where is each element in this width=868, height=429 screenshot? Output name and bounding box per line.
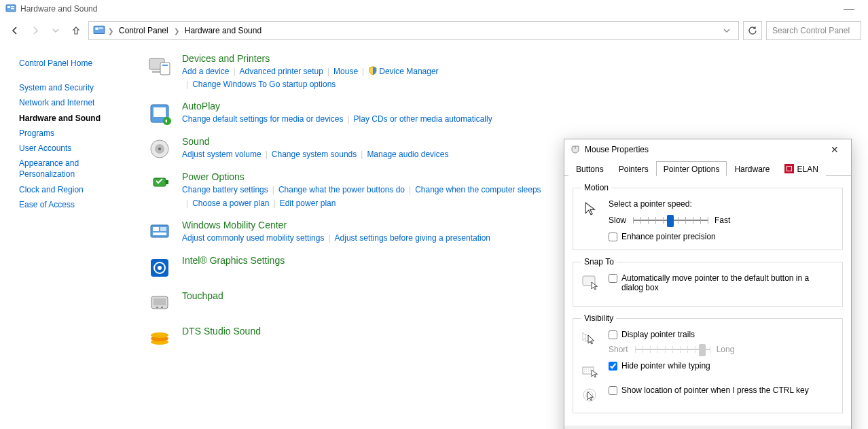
tab-buttons[interactable]: Buttons [568, 161, 611, 176]
pointer-icon [581, 199, 600, 218]
snapto-checkbox[interactable]: Automatically move pointer to the defaul… [609, 273, 812, 292]
motion-group: Motion Select a pointer speed: Slow Fast [573, 183, 843, 250]
category-title[interactable]: Intel® Graphics Settings [182, 255, 285, 266]
category-link[interactable]: Change Windows To Go startup options [192, 80, 336, 89]
minimize-button[interactable]: — [835, 3, 863, 15]
category-link[interactable]: Choose a power plan [192, 199, 269, 208]
category-link[interactable]: Change battery settings [182, 185, 268, 194]
breadcrumb-root[interactable]: Control Panel [116, 26, 171, 35]
dialog-titlebar[interactable]: Mouse Properties ✕ [564, 139, 851, 160]
sidebar-item[interactable]: Programs [19, 126, 126, 141]
category-link[interactable]: Adjust settings before giving a presenta… [335, 233, 490, 243]
category-link[interactable]: Change what the power buttons do [278, 185, 405, 194]
speed-label: Select a pointer speed: [609, 199, 834, 209]
trail-slider [635, 343, 710, 356]
svg-rect-3 [11, 8, 14, 10]
ctrl-locate-checkbox[interactable]: Show location of pointer when I press th… [609, 385, 809, 395]
category-title[interactable]: Devices and Printers [182, 53, 439, 64]
svg-point-16 [158, 148, 161, 150]
svg-rect-27 [153, 298, 166, 305]
enhance-precision-checkbox[interactable]: Enhance pointer precision [609, 232, 834, 241]
category-link[interactable]: Play CDs or other media automatically [354, 114, 492, 124]
category-link[interactable]: Change when the computer sleeps [415, 185, 541, 194]
navigation-bar: ❯ Control Panel ❯ Hardware and Sound Sea… [0, 18, 868, 44]
short-label: Short [609, 345, 628, 354]
tab-pointers[interactable]: Pointers [611, 161, 656, 176]
category-title[interactable]: Touchpad [182, 290, 223, 301]
category-link[interactable]: Change default settings for media or dev… [182, 114, 343, 124]
control-panel-icon [5, 3, 16, 14]
tab-hardware[interactable]: Hardware [727, 161, 777, 176]
close-button[interactable]: ✕ [824, 144, 846, 155]
svg-rect-6 [99, 28, 103, 29]
category-link[interactable]: Add a device [182, 67, 229, 76]
category-title[interactable]: Power Options [182, 171, 541, 182]
sidebar-home[interactable]: Control Panel Home [19, 56, 126, 71]
sidebar-item[interactable]: Hardware and Sound [19, 111, 126, 126]
category-link[interactable]: Edit power plan [280, 199, 336, 208]
mouse-properties-dialog: Mouse Properties ✕ ButtonsPointersPointe… [564, 139, 852, 429]
elan-icon [784, 164, 794, 173]
svg-rect-10 [162, 65, 168, 66]
tab-pointer-options[interactable]: Pointer Options [656, 161, 727, 176]
category-links: Change default settings for media or dev… [182, 113, 492, 126]
svg-rect-5 [95, 28, 98, 30]
tab-elan[interactable]: ELAN [777, 160, 825, 176]
address-dropdown[interactable] [719, 27, 734, 34]
mouse-icon [570, 144, 581, 155]
back-button[interactable] [7, 22, 23, 39]
up-button[interactable] [68, 22, 84, 39]
category-link[interactable]: Adjust system volume [182, 150, 261, 159]
svg-point-32 [151, 332, 168, 338]
sidebar-item[interactable]: Ease of Access [19, 197, 126, 212]
sidebar-item[interactable]: Appearance and Personalization [19, 156, 126, 182]
category-title[interactable]: AutoPlay [182, 101, 492, 111]
separator: | [343, 114, 353, 124]
window-title-bar: Hardware and Sound — [0, 0, 868, 18]
dialog-title: Mouse Properties [585, 145, 649, 154]
visibility-legend: Visibility [581, 313, 616, 323]
refresh-button[interactable] [743, 21, 762, 40]
category-link[interactable]: Mouse [333, 67, 358, 76]
category-links: Adjust commonly used mobility settings|A… [182, 232, 490, 245]
separator: | [270, 199, 280, 208]
chevron-right-icon[interactable]: ❯ [108, 27, 113, 35]
category-link[interactable]: Adjust commonly used mobility settings [182, 233, 324, 243]
category-icon [147, 255, 173, 281]
motion-legend: Motion [581, 183, 611, 192]
trails-checkbox[interactable]: Display pointer trails [609, 330, 834, 339]
category: AutoPlayChange default settings for medi… [147, 101, 868, 126]
breadcrumb-current[interactable]: Hardware and Sound [182, 26, 264, 35]
category-title[interactable]: Windows Mobility Center [182, 220, 490, 230]
svg-rect-2 [11, 6, 14, 7]
shield-icon [368, 66, 378, 75]
category-title[interactable]: Sound [182, 136, 448, 147]
sidebar-item[interactable]: User Accounts [19, 141, 126, 156]
dialog-tabs: ButtonsPointersPointer OptionsHardwareEL… [564, 160, 851, 176]
search-input[interactable]: Search Control Panel [766, 21, 861, 40]
hide-typing-icon [581, 361, 600, 380]
category-link[interactable]: Manage audio devices [367, 150, 448, 159]
address-bar[interactable]: ❯ Control Panel ❯ Hardware and Sound [88, 21, 739, 40]
recent-dropdown[interactable] [48, 22, 64, 39]
category-icon [147, 53, 173, 79]
trails-icon [581, 330, 600, 349]
category-link[interactable]: Device Manager [379, 67, 438, 76]
separator: | [405, 185, 415, 194]
sidebar-item[interactable]: System and Security [19, 80, 126, 95]
slow-label: Slow [609, 216, 626, 225]
category-icon [147, 220, 173, 245]
hide-typing-checkbox[interactable]: Hide pointer while typing [609, 361, 710, 371]
category-icon [147, 290, 173, 316]
separator: | [358, 67, 368, 76]
category-link[interactable]: Change system sounds [272, 150, 357, 159]
sidebar: Control Panel Home System and SecurityNe… [0, 44, 136, 361]
category-link[interactable]: Advanced printer setup [240, 67, 323, 76]
snap-icon [581, 273, 600, 292]
sidebar-item[interactable]: Network and Internet [19, 95, 126, 110]
speed-slider[interactable] [633, 214, 708, 226]
sidebar-item[interactable]: Clock and Region [19, 182, 126, 197]
category-title[interactable]: DTS Studio Sound [182, 326, 261, 337]
forward-button[interactable] [27, 22, 43, 39]
chevron-right-icon[interactable]: ❯ [174, 27, 179, 35]
